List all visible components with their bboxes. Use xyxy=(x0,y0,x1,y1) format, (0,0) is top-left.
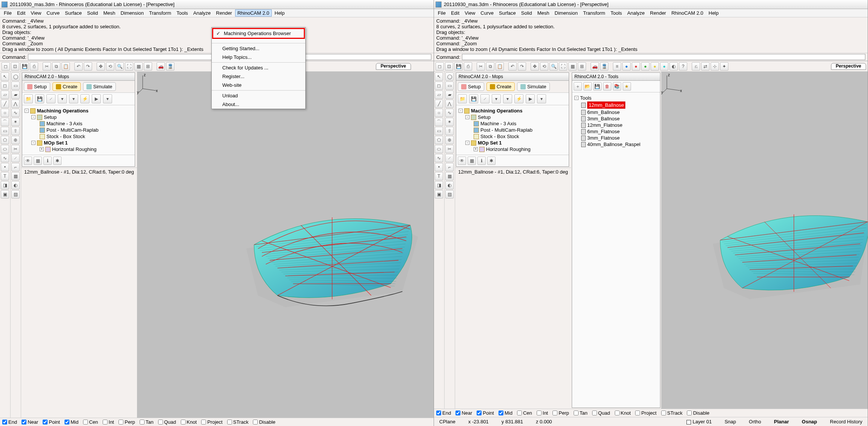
join-icon[interactable]: ⊕ xyxy=(11,136,20,144)
tool-open-icon[interactable]: 📂 xyxy=(583,82,592,91)
cplane-icon[interactable]: ▱ xyxy=(435,91,443,99)
lasso-icon[interactable]: ◯ xyxy=(445,72,454,81)
tool-item-12ball[interactable]: 12mm_Ballnose xyxy=(574,101,658,109)
polygon-icon[interactable]: ⬠ xyxy=(435,136,443,144)
osnap-near[interactable]: Near xyxy=(456,410,472,416)
hatch-icon[interactable]: ▨ xyxy=(445,190,454,198)
play-icon[interactable]: ▶ xyxy=(526,94,535,103)
more-icon[interactable]: ▾ xyxy=(103,94,112,103)
tree-root[interactable]: Machining Operations xyxy=(37,108,89,114)
split-icon[interactable]: ⟋ xyxy=(11,154,20,162)
viewport-perspective[interactable]: z x y xyxy=(137,72,434,418)
box-select-icon[interactable]: ◻ xyxy=(435,82,443,90)
tools-root[interactable]: Tools xyxy=(580,95,591,101)
grid-icon[interactable]: ▦ xyxy=(468,157,476,165)
menuitem-website[interactable]: Web-site xyxy=(212,81,305,89)
menu-file[interactable]: File xyxy=(2,9,14,17)
mops-tab-setup[interactable]: Setup xyxy=(458,82,484,91)
new-icon[interactable]: ◻ xyxy=(436,62,444,71)
rect-sel-icon[interactable]: ▭ xyxy=(11,82,20,90)
command-line[interactable]: Command: xyxy=(434,53,868,61)
polygon-icon[interactable]: ⬠ xyxy=(1,136,9,144)
trim-icon[interactable]: ✂ xyxy=(445,145,454,153)
rhinocam-menu-dropdown[interactable]: Machining Operations Browser Getting Sta… xyxy=(211,27,306,109)
fillet-icon[interactable]: ⌐ xyxy=(11,163,20,171)
misc-icon[interactable]: ✱ xyxy=(487,157,496,165)
menu-curve[interactable]: Curve xyxy=(478,9,496,17)
tool-save-icon[interactable]: 💾 xyxy=(593,82,602,91)
osnap-knot[interactable]: Knot xyxy=(181,419,197,425)
interpcrv-icon[interactable]: ∿ xyxy=(11,109,20,117)
osnap-tan[interactable]: Tan xyxy=(140,419,154,425)
extrude-icon[interactable]: ⇧ xyxy=(11,127,20,135)
osnap-end[interactable]: End xyxy=(2,419,17,425)
toolz-icon[interactable]: ⊹ xyxy=(711,62,719,71)
point-icon[interactable]: • xyxy=(435,163,443,171)
osnap-cen[interactable]: Cen xyxy=(83,419,98,425)
rect-sel-icon[interactable]: ▭ xyxy=(445,82,454,90)
move-icon[interactable]: ✥ xyxy=(97,62,105,71)
drop2-icon[interactable]: ▾ xyxy=(503,94,512,103)
copy-icon[interactable]: ⧉ xyxy=(52,62,60,71)
cut-icon[interactable]: ✂ xyxy=(477,62,485,71)
menu-rhinocam[interactable]: RhinoCAM 2.0 xyxy=(235,9,272,17)
tree-post[interactable]: Post - MultiCam-Raplab xyxy=(46,127,98,133)
cut-icon[interactable]: ✂ xyxy=(43,62,51,71)
car-icon[interactable]: 🚗 xyxy=(157,62,165,71)
explode-icon[interactable]: ✶ xyxy=(11,118,20,126)
left-toolbar-b[interactable]: ◯ ▭ ▰ ⋀ ∿ ✶ ⇧ ⊕ ✂ ⟋ ⌐ ▦ ◐ ▨ xyxy=(11,72,21,418)
print-icon[interactable]: ⎙ xyxy=(464,62,472,71)
folder-icon[interactable]: 📁 xyxy=(458,94,467,103)
menu-help[interactable]: Help xyxy=(706,9,721,17)
zoom-icon[interactable]: 🔍 xyxy=(115,62,124,71)
rotate-icon[interactable]: ⟲ xyxy=(106,62,114,71)
train-icon[interactable]: 🚆 xyxy=(600,62,608,71)
menu-analyze[interactable]: Analyze xyxy=(191,9,213,17)
show-icon[interactable]: 👁 xyxy=(24,157,32,165)
menu-mesh[interactable]: Mesh xyxy=(535,9,552,17)
drop-icon[interactable]: ▾ xyxy=(492,94,501,103)
menu-dimension[interactable]: Dimension xyxy=(119,9,146,17)
tool-item-6ball[interactable]: 6mm_Ballnose xyxy=(574,109,658,115)
train-icon[interactable]: 🚆 xyxy=(166,62,174,71)
4view-icon[interactable]: ⊞ xyxy=(578,62,586,71)
save2-icon[interactable]: 💾 xyxy=(35,94,44,103)
knife-icon[interactable]: ⟋ xyxy=(46,94,55,103)
arc-icon[interactable]: ⌒ xyxy=(435,118,443,126)
surface-icon[interactable]: ◨ xyxy=(435,181,443,189)
osnap-knot[interactable]: Knot xyxy=(615,410,631,416)
mops-tab-simulate[interactable]: Simulate xyxy=(83,82,116,91)
planarsrf-icon[interactable]: ▰ xyxy=(445,91,454,99)
osnap-disable[interactable]: Disable xyxy=(253,419,275,425)
ellipse-icon[interactable]: ⬭ xyxy=(435,145,443,153)
drop2-icon[interactable]: ▾ xyxy=(69,94,78,103)
menuitem-getting-started[interactable]: Getting Started... xyxy=(212,44,305,53)
zoom-ext-icon[interactable]: ⛶ xyxy=(125,62,133,71)
light-red-icon[interactable]: ● xyxy=(632,62,640,71)
status-ortho[interactable]: Ortho xyxy=(746,419,764,424)
mesh-icon[interactable]: ▦ xyxy=(11,172,20,180)
menubar[interactable]: File Edit View Curve Surface Solid Mesh … xyxy=(0,9,434,17)
save2-icon[interactable]: 💾 xyxy=(469,94,478,103)
arrow-icon[interactable]: ↖ xyxy=(1,72,9,81)
mops-tab-create[interactable]: Create xyxy=(52,82,81,91)
split-icon[interactable]: ⟋ xyxy=(445,154,454,162)
tree-stock[interactable]: Stock - Box Stock xyxy=(480,134,519,139)
bolt-icon[interactable]: ⚡ xyxy=(80,94,89,103)
folder-icon[interactable]: 📁 xyxy=(24,94,33,103)
menu-tools[interactable]: Tools xyxy=(608,9,624,17)
tool-item-3ball[interactable]: 3mm_Ballnose xyxy=(574,115,658,122)
tree-setup[interactable]: Setup xyxy=(478,114,491,120)
menu-analyze[interactable]: Analyze xyxy=(625,9,647,17)
show-icon[interactable]: 👁 xyxy=(458,157,466,165)
extrude-icon[interactable]: ⇧ xyxy=(445,127,454,135)
move-icon[interactable]: ✥ xyxy=(531,62,539,71)
menu-surface[interactable]: Surface xyxy=(63,9,84,17)
copy-icon[interactable]: ⧉ xyxy=(486,62,494,71)
mops-panel[interactable]: RhinoCAM 2.0 - Mops Setup Create Simulat… xyxy=(22,72,135,167)
circle-icon[interactable]: ○ xyxy=(1,109,9,117)
osnap-int[interactable]: Int xyxy=(103,419,114,425)
circle-icon[interactable]: ○ xyxy=(435,109,443,117)
menu-view[interactable]: View xyxy=(462,9,477,17)
help-icon[interactable]: ? xyxy=(679,62,687,71)
